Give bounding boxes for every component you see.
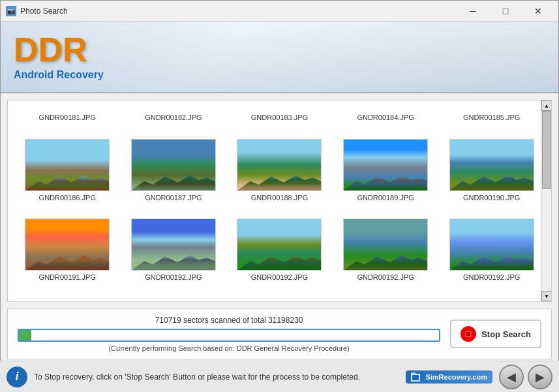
list-item[interactable]: GNDR00182.JPG	[121, 107, 227, 135]
list-item[interactable]: GNDR00191.JPG	[14, 215, 121, 295]
progress-sectors-text: 710719 sectors scanned of total 31198230	[18, 316, 440, 325]
photo-grid: GNDR00181.JPG GNDR00182.JPG GNDR00183.JP…	[8, 100, 551, 301]
photo-label: GNDR00187.JPG	[145, 194, 202, 202]
scroll-down-arrow[interactable]: ▼	[541, 291, 552, 301]
scroll-up-arrow[interactable]: ▲	[541, 100, 552, 111]
photo-label: GNDR00182.JPG	[145, 113, 202, 121]
stop-search-button[interactable]: Stop Search	[450, 320, 541, 348]
maximize-button[interactable]: □	[491, 1, 521, 22]
bottom-info-text: To Stop recovery, click on 'Stop Search'…	[34, 372, 399, 382]
forward-button[interactable]: ▶	[528, 365, 552, 389]
photo-thumbnail	[343, 139, 428, 191]
progress-bar-fill	[19, 330, 31, 340]
sim-card-icon	[411, 372, 423, 382]
list-item[interactable]: GNDR00187.JPG	[121, 135, 227, 215]
stop-icon-inner	[465, 331, 472, 337]
photo-label: GNDR00181.JPG	[39, 113, 96, 121]
sim-logo-image: SimRecovery.com	[406, 370, 492, 384]
list-item[interactable]: GNDR00192.JPG	[333, 215, 439, 295]
list-item[interactable]: GNDR00192.JPG	[438, 215, 545, 295]
navigation-buttons: ◀ ▶	[499, 365, 552, 389]
photo-thumbnail	[237, 219, 322, 271]
logo-area: DDR Android Recovery	[14, 33, 104, 81]
photo-thumbnail	[237, 139, 322, 191]
bottom-bar: i To Stop recovery, click on 'Stop Searc…	[0, 361, 559, 392]
photo-thumbnail	[449, 139, 534, 191]
list-item[interactable]: GNDR00189.JPG	[333, 135, 439, 215]
list-item[interactable]: GNDR00186.JPG	[14, 135, 121, 215]
list-item[interactable]: GNDR00184.JPG	[333, 107, 439, 135]
app-subtitle: Android Recovery	[14, 69, 104, 81]
progress-sub-text: (Currently performing Search based on: D…	[18, 344, 440, 352]
info-icon: i	[7, 367, 27, 387]
photo-label: GNDR00191.JPG	[39, 273, 96, 281]
scrollbar-thumb[interactable]	[542, 111, 551, 189]
app-icon: 📷	[6, 6, 16, 16]
photo-label: GNDR00192.JPG	[463, 273, 520, 281]
back-button[interactable]: ◀	[499, 365, 524, 389]
photo-grid-container: GNDR00181.JPG GNDR00182.JPG GNDR00183.JP…	[7, 100, 552, 302]
header: DDR Android Recovery	[1, 22, 558, 93]
list-item[interactable]: GNDR00181.JPG	[14, 107, 121, 135]
photo-label: GNDR00192.JPG	[357, 273, 414, 281]
list-item[interactable]: GNDR00190.JPG	[438, 135, 545, 215]
title-bar: 📷 Photo Search ─ □ ✕	[1, 1, 558, 22]
list-item[interactable]: GNDR00185.JPG	[438, 107, 545, 135]
list-item[interactable]: GNDR00188.JPG	[226, 135, 333, 215]
progress-area: 710719 sectors scanned of total 31198230…	[7, 309, 552, 359]
photo-label: GNDR00185.JPG	[463, 113, 520, 121]
photo-label: GNDR00183.JPG	[251, 113, 308, 121]
photo-label: GNDR00190.JPG	[463, 194, 520, 202]
sim-recovery-logo: SimRecovery.com	[406, 370, 492, 384]
sim-logo-text: SimRecovery.com	[425, 373, 487, 381]
photo-thumbnail	[449, 219, 534, 271]
list-item[interactable]: GNDR00192.JPG	[226, 215, 333, 295]
photo-thumbnail	[131, 139, 216, 191]
photo-thumbnail	[131, 219, 216, 271]
list-item[interactable]: GNDR00183.JPG	[226, 107, 333, 135]
photo-thumbnail	[25, 219, 110, 271]
window-controls: ─ □ ✕	[458, 1, 553, 22]
scrollbar[interactable]: ▲ ▼	[541, 100, 551, 301]
progress-info: 710719 sectors scanned of total 31198230…	[18, 316, 440, 352]
photo-label: GNDR00189.JPG	[357, 194, 414, 202]
svg-marker-2	[411, 372, 416, 374]
window-title: Photo Search	[20, 7, 458, 16]
stop-icon	[461, 326, 476, 342]
stop-button-label: Stop Search	[481, 329, 531, 339]
ddr-logo: DDR	[14, 33, 104, 67]
photo-label: GNDR00192.JPG	[145, 273, 202, 281]
minimize-button[interactable]: ─	[458, 1, 488, 22]
photo-label: GNDR00184.JPG	[357, 113, 414, 121]
photo-label: GNDR00192.JPG	[251, 273, 308, 281]
photo-thumbnail	[25, 139, 110, 191]
list-item[interactable]: GNDR00192.JPG	[121, 215, 227, 295]
photo-thumbnail	[343, 219, 428, 271]
svg-rect-1	[412, 375, 419, 380]
close-button[interactable]: ✕	[523, 1, 553, 22]
photo-label: GNDR00188.JPG	[251, 194, 308, 202]
photo-label: GNDR00186.JPG	[39, 194, 96, 202]
progress-bar-container	[18, 329, 440, 342]
